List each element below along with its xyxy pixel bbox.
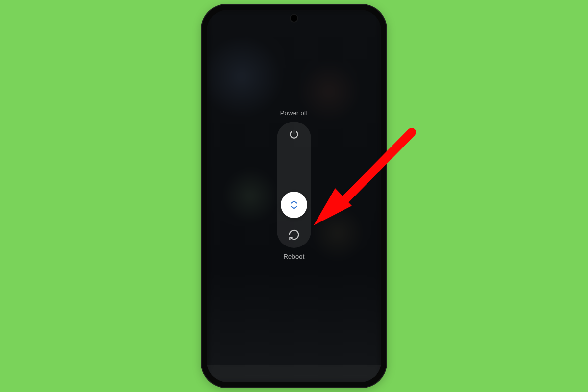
phone-device-frame: Power off: [202, 5, 386, 387]
power-off-label: Power off: [280, 109, 308, 117]
system-nav-bar: [207, 365, 381, 382]
power-icon: [288, 128, 300, 141]
reboot-label: Reboot: [283, 253, 304, 260]
front-camera-hole: [291, 15, 297, 22]
power-slider-track[interactable]: [277, 122, 311, 248]
slider-knob[interactable]: [281, 192, 307, 218]
chevron-updown-icon: [290, 199, 298, 210]
phone-screen: Power off: [207, 10, 381, 382]
power-menu: Power off: [277, 109, 311, 260]
reboot-icon: [288, 228, 300, 241]
